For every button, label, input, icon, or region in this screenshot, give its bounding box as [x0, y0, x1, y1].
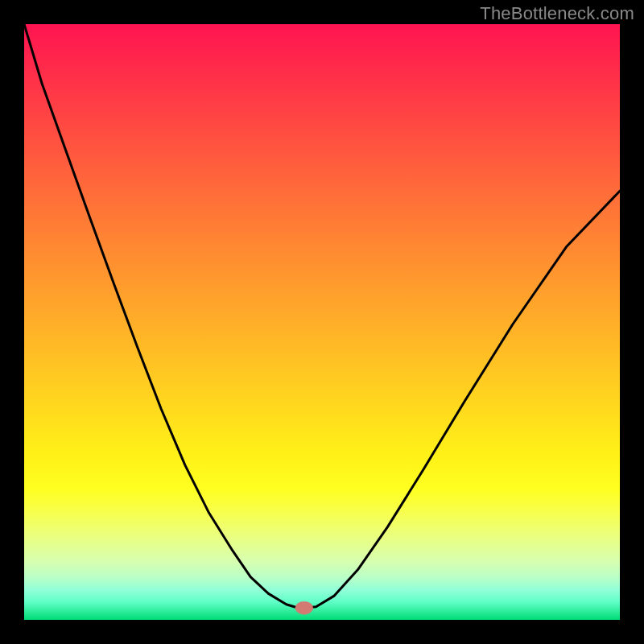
watermark-text: TheBottleneck.com	[480, 3, 634, 24]
curve-svg	[24, 24, 620, 620]
bottleneck-curve	[24, 24, 620, 608]
plot-area	[24, 24, 620, 620]
chart-frame: TheBottleneck.com	[0, 0, 644, 644]
minimum-marker	[295, 601, 313, 614]
